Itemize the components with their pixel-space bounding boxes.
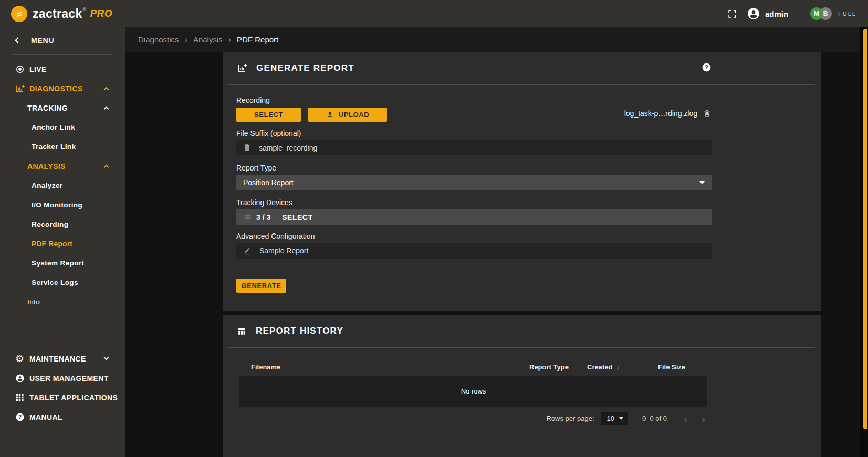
column-filename[interactable]: Filename xyxy=(251,363,280,371)
report-type-label: Report Type xyxy=(236,164,276,172)
dropdown-caret-icon xyxy=(699,181,705,184)
column-created[interactable]: Created↓ xyxy=(587,363,620,371)
edit-pencil-icon xyxy=(243,247,252,255)
advanced-config-input[interactable]: Sample Report xyxy=(236,243,712,259)
history-table-header: Filename Report Type Created↓ File Size xyxy=(239,359,707,376)
sidebar-item-diagnostics[interactable]: DIAGNOSTICS xyxy=(0,79,125,98)
apps-grid-icon xyxy=(15,393,25,402)
system-status-badges: M B xyxy=(810,7,832,20)
dropdown-caret-icon xyxy=(619,417,623,420)
generate-report-header: GENERATE REPORT ? xyxy=(223,52,821,84)
sidebar-item-service-logs[interactable]: Service Logs xyxy=(0,273,125,292)
help-circle-icon: ? xyxy=(15,412,25,422)
sidebar-divider xyxy=(13,54,112,55)
upload-recording-button[interactable]: UPLOAD xyxy=(308,108,387,122)
fullscreen-icon[interactable] xyxy=(727,9,737,19)
username[interactable]: admin xyxy=(765,9,788,18)
file-suffix-value: sample_recording xyxy=(259,144,317,152)
sidebar-item-info[interactable]: Info xyxy=(0,292,125,312)
sidebar-bottom-nav: ⚙ MAINTENANCE USER MANAGEMENT TABLET APP… xyxy=(0,349,125,427)
sidebar-item-io-monitoring[interactable]: I/O Monitoring xyxy=(0,195,125,215)
sidebar-item-system-report[interactable]: System Report xyxy=(0,253,125,273)
sidebar-item-analyzer[interactable]: Analyzer xyxy=(0,176,125,195)
license-mode-label: FULL xyxy=(838,10,856,17)
sidebar-item-live[interactable]: LIVE xyxy=(0,59,125,79)
help-icon[interactable]: ? xyxy=(702,62,712,75)
sort-desc-icon: ↓ xyxy=(616,363,620,371)
chevron-left-icon xyxy=(15,37,20,43)
breadcrumb-analysis[interactable]: Analysis xyxy=(193,35,223,44)
gear-icon: ⚙ xyxy=(15,354,25,364)
sidebar-item-pdf-report[interactable]: PDF Report xyxy=(0,234,125,253)
table-chart-icon xyxy=(237,326,247,336)
select-recording-button[interactable]: SELECT xyxy=(236,108,301,122)
delete-recording-icon[interactable] xyxy=(703,109,712,118)
generate-report-card: GENERATE REPORT ? Recording SELECT UPLOA… xyxy=(223,52,821,311)
table-pagination: Rows per page: 10 0–0 of 0 ‹ › xyxy=(239,410,707,426)
generate-report-form: Recording SELECT UPLOAD log_task-p…rding… xyxy=(236,85,712,311)
generate-button[interactable]: GENERATE xyxy=(236,279,286,293)
rows-per-page-value: 10 xyxy=(607,415,614,422)
rows-per-page-label: Rows per page: xyxy=(546,415,594,422)
breadcrumb-diagnostics[interactable]: Diagnostics xyxy=(138,35,179,44)
generate-report-title: GENERATE REPORT xyxy=(256,63,354,73)
sidebar-item-analysis[interactable]: ANALYSIS xyxy=(0,156,125,176)
report-type-value: Position Report xyxy=(243,178,294,187)
diagnostics-chart-icon xyxy=(15,84,25,93)
sidebar-item-anchor-link[interactable]: Anchor Link xyxy=(0,118,125,137)
content-area: Diagnostics › Analysis › PDF Report GENE… xyxy=(125,27,860,457)
tracking-devices-count: 3 / 3 xyxy=(256,213,270,221)
registered-mark: ® xyxy=(82,7,86,12)
svg-text:?: ? xyxy=(705,64,708,70)
file-icon xyxy=(243,144,251,152)
brand-name: zactrack® xyxy=(33,7,86,21)
tracking-devices-select-label: SELECT xyxy=(282,213,312,221)
chevron-up-icon xyxy=(104,165,109,170)
rows-per-page-select[interactable]: 10 xyxy=(601,412,628,425)
device-list-icon xyxy=(243,212,252,221)
sidebar-item-maintenance[interactable]: ⚙ MAINTENANCE xyxy=(0,349,125,368)
user-icon xyxy=(15,374,25,383)
next-page-icon[interactable]: › xyxy=(702,413,705,424)
advanced-config-label: Advanced Configuration xyxy=(236,232,315,240)
report-type-select[interactable]: Position Report xyxy=(236,175,712,190)
selected-recording-filename: log_task-p…rding.zlog xyxy=(624,109,697,118)
divider xyxy=(228,347,815,348)
advanced-config-value: Sample Report xyxy=(259,247,308,255)
sidebar: MENU LIVE DIAGNOSTICS TRACKING Anchor Li… xyxy=(0,27,125,457)
sidebar-collapse-button[interactable]: MENU xyxy=(0,30,125,50)
app-header: zactrack® PRO admin M B FULL xyxy=(0,0,868,27)
sidebar-item-recording[interactable]: Recording xyxy=(0,215,125,234)
breadcrumb-separator-icon: › xyxy=(185,35,187,45)
empty-table-region: No rows xyxy=(239,376,707,407)
no-rows-text: No rows xyxy=(461,387,486,395)
column-file-size[interactable]: File Size xyxy=(658,363,685,371)
brand-suffix: PRO xyxy=(90,8,112,19)
report-history-header: REPORT HISTORY xyxy=(223,315,821,347)
file-suffix-label: File Suffix (optional) xyxy=(236,129,301,137)
sidebar-item-tracker-link[interactable]: Tracker Link xyxy=(0,137,125,156)
report-history-card: REPORT HISTORY Filename Report Type Crea… xyxy=(223,315,821,457)
file-suffix-input[interactable]: sample_recording xyxy=(236,140,712,155)
svg-text:?: ? xyxy=(18,414,21,420)
upload-icon xyxy=(326,111,334,119)
chevron-down-icon xyxy=(104,355,109,360)
user-avatar-icon[interactable] xyxy=(747,7,760,20)
column-report-type[interactable]: Report Type xyxy=(529,363,569,371)
live-icon xyxy=(15,65,25,74)
previous-page-icon[interactable]: ‹ xyxy=(684,413,687,424)
sidebar-item-user-management[interactable]: USER MANAGEMENT xyxy=(0,368,125,388)
chevron-up-icon xyxy=(104,87,109,92)
report-history-title: REPORT HISTORY xyxy=(256,326,343,336)
text-cursor xyxy=(309,247,309,255)
add-chart-icon xyxy=(237,63,247,73)
scrollbar-thumb[interactable] xyxy=(863,29,867,429)
sidebar-item-manual[interactable]: ? MANUAL xyxy=(0,407,125,427)
pagination-range: 0–0 of 0 xyxy=(642,415,667,422)
sidebar-item-tablet-applications[interactable]: TABLET APPLICATIONS xyxy=(0,388,125,407)
main-scroll-area: GENERATE REPORT ? Recording SELECT UPLOA… xyxy=(125,52,860,457)
chevron-up-icon xyxy=(104,107,109,112)
sidebar-item-tracking[interactable]: TRACKING xyxy=(0,98,125,118)
breadcrumb: Diagnostics › Analysis › PDF Report xyxy=(125,27,860,52)
tracking-devices-select[interactable]: 3 / 3 SELECT xyxy=(236,209,712,225)
